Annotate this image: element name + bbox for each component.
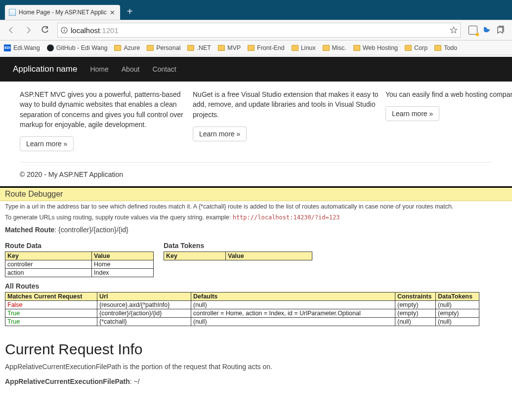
cell-constraints: (null) (395, 318, 436, 326)
favorite-button[interactable] (447, 26, 460, 34)
bookmark-label: Front-End (257, 44, 285, 51)
bookmarks-bar: EDIEdi.WangGitHub - Edi WangAzurePersona… (0, 41, 512, 55)
cri-description: AppRelativeCurrentExecutionFilePath is t… (0, 361, 512, 373)
th-constraints: Constraints (395, 293, 436, 301)
bookmark-label: Corp (414, 44, 427, 51)
cell-defaults: controller = Home, action = Index, id = … (191, 309, 395, 318)
th-url: Url (97, 293, 191, 301)
bookmark-label: MVP (227, 44, 241, 51)
folder-icon (218, 45, 225, 51)
back-button[interactable] (4, 23, 19, 38)
bookmark-item[interactable]: Azure (114, 44, 140, 51)
learn-more-button-1[interactable]: Learn more » (20, 136, 74, 151)
cell-matches: True (5, 318, 97, 326)
cell-key: action (5, 269, 92, 277)
tracking-button[interactable] (469, 26, 477, 35)
route-data-heading: Route Data (5, 237, 154, 252)
footer-text: © 2020 - My ASP.NET Application (0, 168, 512, 186)
bookmark-item[interactable]: Web Hosting (353, 44, 398, 51)
address-port: :1201 (100, 26, 119, 35)
learn-more-button-3[interactable]: Learn more » (385, 106, 439, 121)
matched-route-value: : {controller}/{action}/{id} (54, 226, 128, 234)
tab-strip: Home Page - My ASP.NET Applic ✕ + (0, 0, 512, 20)
all-routes-heading: All Routes (0, 277, 512, 292)
page-favicon-icon (9, 9, 16, 16)
star-icon (450, 26, 458, 34)
current-request-title: Current Request Info (0, 326, 512, 361)
folder-icon (114, 45, 121, 51)
learn-more-button-2[interactable]: Learn more » (193, 126, 247, 141)
brand[interactable]: Application name (13, 64, 77, 74)
cell-url: {controller}/{action}/{id} (97, 309, 191, 318)
browser-chrome: Home Page - My ASP.NET Applic ✕ + localh… (0, 0, 512, 55)
bookmark-item[interactable]: Corp (405, 44, 427, 51)
rd-intro: Type in a url in the address bar to see … (0, 201, 512, 212)
cell-defaults: (null) (191, 301, 395, 309)
feature-text-3: You can easily find a web hosting compan… (385, 89, 505, 99)
cri-path-value: : ~/ (130, 378, 140, 385)
table-row: actionIndex (5, 269, 154, 277)
table-row: Key Value (5, 252, 154, 260)
folder-icon (323, 45, 330, 51)
table-row: Matches Current Request Url Defaults Con… (5, 293, 479, 301)
data-tokens-heading: Data Tokens (164, 237, 312, 252)
site-info-icon[interactable] (58, 27, 71, 34)
address-text: localhost:1201 (71, 26, 447, 35)
address-bar[interactable]: localhost:1201 (57, 23, 461, 38)
bookmark-item[interactable]: Misc. (323, 44, 346, 51)
cri-path: AppRelativeCurrentExecutionFilePath: ~/ (0, 373, 512, 387)
bookmark-item[interactable]: .NET (187, 44, 211, 51)
folder-icon (405, 45, 412, 51)
data-tokens-block: Data Tokens Key Value (164, 237, 312, 277)
nav-about[interactable]: About (122, 65, 140, 73)
feature-text-1: ASP.NET MVC gives you a powerful, patter… (20, 89, 186, 129)
th-value: Value (226, 252, 312, 260)
extension-button[interactable] (482, 26, 491, 35)
collections-button[interactable] (496, 26, 505, 35)
rd-generate-code: http://localhost:14230/?id=123 (233, 214, 340, 221)
feature-col-2: NuGet is a free Visual Studio extension … (193, 86, 385, 151)
bookmark-label: .NET (197, 44, 211, 51)
bookmark-label: Linux (301, 44, 316, 51)
bookmark-label: Edi.Wang (13, 44, 40, 51)
feature-col-3: You can easily find a web hosting compan… (385, 86, 512, 151)
nav-home[interactable]: Home (90, 65, 108, 73)
s-extension-icon (482, 26, 491, 35)
bookmark-item[interactable]: GitHub - Edi Wang (47, 44, 108, 51)
browser-toolbar: localhost:1201 (0, 20, 512, 41)
th-key: Key (5, 252, 92, 260)
bookmark-item[interactable]: Personal (147, 44, 180, 51)
close-tab-icon[interactable]: ✕ (110, 9, 115, 16)
refresh-button[interactable] (38, 23, 52, 38)
folder-icon (434, 45, 441, 51)
th-key: Key (164, 252, 226, 260)
cell-matches: True (5, 309, 97, 318)
matched-route-label: Matched Route (5, 226, 54, 234)
svg-rect-2 (64, 28, 64, 29)
rd-tables-row: Route Data Key Value controllerHomeactio… (0, 237, 512, 277)
bookmark-item[interactable]: Todo (434, 44, 457, 51)
folder-icon (248, 45, 255, 51)
edi-icon: EDI (4, 44, 11, 51)
browser-tab[interactable]: Home Page - My ASP.NET Applic ✕ (5, 5, 120, 20)
nav-contact[interactable]: Contact (152, 65, 176, 73)
table-row: controllerHome (5, 260, 154, 269)
feature-col-1: ASP.NET MVC gives you a powerful, patter… (0, 86, 193, 151)
bookmark-item[interactable]: Front-End (248, 44, 285, 51)
th-datatokens: DataTokens (436, 293, 479, 301)
bookmark-item[interactable]: EDIEdi.Wang (4, 44, 40, 51)
data-tokens-table: Key Value (164, 252, 312, 260)
bookmark-label: Todo (444, 44, 457, 51)
th-defaults: Defaults (191, 293, 395, 301)
cell-constraints: (empty) (395, 301, 436, 309)
folder-icon (292, 45, 299, 51)
feature-columns: ASP.NET MVC gives you a powerful, patter… (0, 82, 512, 151)
all-routes-table: Matches Current Request Url Defaults Con… (5, 292, 479, 326)
matched-route: Matched Route: {controller}/{action}/{id… (0, 223, 512, 237)
bookmark-item[interactable]: Linux (292, 44, 316, 51)
bookmark-item[interactable]: MVP (218, 44, 241, 51)
table-row: Key Value (164, 252, 312, 260)
forward-button[interactable] (21, 23, 36, 38)
new-tab-button[interactable]: + (123, 6, 137, 17)
page-content: Application name Home About Contact ASP.… (0, 57, 512, 387)
